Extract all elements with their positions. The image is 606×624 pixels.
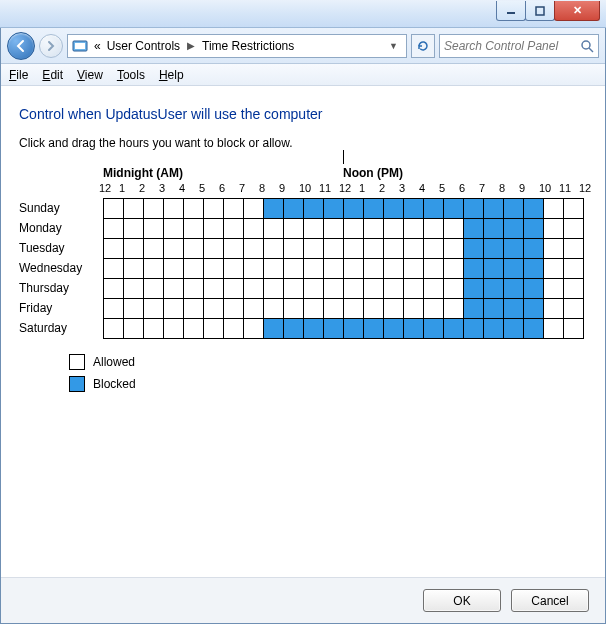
time-cell[interactable] xyxy=(404,319,424,339)
time-cell[interactable] xyxy=(224,199,244,219)
time-cell[interactable] xyxy=(484,299,504,319)
time-cell[interactable] xyxy=(364,239,384,259)
time-cell[interactable] xyxy=(304,259,324,279)
time-cell[interactable] xyxy=(524,319,544,339)
time-cell[interactable] xyxy=(224,259,244,279)
time-cell[interactable] xyxy=(304,279,324,299)
time-cell[interactable] xyxy=(104,259,124,279)
time-cell[interactable] xyxy=(564,319,584,339)
time-cell[interactable] xyxy=(124,259,144,279)
time-cell[interactable] xyxy=(364,259,384,279)
time-cell[interactable] xyxy=(464,259,484,279)
time-cell[interactable] xyxy=(224,219,244,239)
time-cell[interactable] xyxy=(284,219,304,239)
time-cell[interactable] xyxy=(324,279,344,299)
time-cell[interactable] xyxy=(144,239,164,259)
time-cell[interactable] xyxy=(264,219,284,239)
time-cell[interactable] xyxy=(484,219,504,239)
time-cell[interactable] xyxy=(144,299,164,319)
time-cell[interactable] xyxy=(504,239,524,259)
chevron-down-icon[interactable]: ▼ xyxy=(385,41,402,51)
time-cell[interactable] xyxy=(384,319,404,339)
time-cell[interactable] xyxy=(484,239,504,259)
time-cell[interactable] xyxy=(184,279,204,299)
menu-help[interactable]: HelpHelp xyxy=(159,68,184,82)
close-button[interactable]: ✕ xyxy=(554,1,600,21)
schedule-grid[interactable]: SundayMondayTuesdayWednesdayThursdayFrid… xyxy=(103,198,587,339)
time-cell[interactable] xyxy=(544,299,564,319)
time-cell[interactable] xyxy=(264,239,284,259)
time-cell[interactable] xyxy=(364,279,384,299)
time-cell[interactable] xyxy=(144,259,164,279)
time-cell[interactable] xyxy=(344,199,364,219)
time-cell[interactable] xyxy=(504,259,524,279)
time-cell[interactable] xyxy=(304,199,324,219)
time-cell[interactable] xyxy=(304,319,324,339)
time-cell[interactable] xyxy=(344,239,364,259)
time-cell[interactable] xyxy=(384,259,404,279)
time-cell[interactable] xyxy=(464,319,484,339)
time-cell[interactable] xyxy=(444,219,464,239)
menu-edit[interactable]: EditEdit xyxy=(42,68,63,82)
time-cell[interactable] xyxy=(124,219,144,239)
time-cell[interactable] xyxy=(484,319,504,339)
time-cell[interactable] xyxy=(184,219,204,239)
time-cell[interactable] xyxy=(544,279,564,299)
time-cell[interactable] xyxy=(324,319,344,339)
time-cell[interactable] xyxy=(164,239,184,259)
time-cell[interactable] xyxy=(544,219,564,239)
time-cell[interactable] xyxy=(424,239,444,259)
time-cell[interactable] xyxy=(164,259,184,279)
time-cell[interactable] xyxy=(424,279,444,299)
time-cell[interactable] xyxy=(504,279,524,299)
menu-tools[interactable]: ToolsTools xyxy=(117,68,145,82)
time-cell[interactable] xyxy=(384,199,404,219)
time-cell[interactable] xyxy=(404,239,424,259)
time-cell[interactable] xyxy=(464,219,484,239)
time-cell[interactable] xyxy=(124,199,144,219)
time-cell[interactable] xyxy=(384,239,404,259)
time-cell[interactable] xyxy=(224,279,244,299)
time-cell[interactable] xyxy=(524,199,544,219)
time-cell[interactable] xyxy=(484,259,504,279)
time-cell[interactable] xyxy=(304,299,324,319)
time-cell[interactable] xyxy=(564,219,584,239)
maximize-button[interactable] xyxy=(525,1,555,21)
time-cell[interactable] xyxy=(204,279,224,299)
time-cell[interactable] xyxy=(324,219,344,239)
time-cell[interactable] xyxy=(544,239,564,259)
time-cell[interactable] xyxy=(124,299,144,319)
time-cell[interactable] xyxy=(284,199,304,219)
time-cell[interactable] xyxy=(464,239,484,259)
time-cell[interactable] xyxy=(184,319,204,339)
time-cell[interactable] xyxy=(484,199,504,219)
time-cell[interactable] xyxy=(564,259,584,279)
time-cell[interactable] xyxy=(104,219,124,239)
time-cell[interactable] xyxy=(544,199,564,219)
time-cell[interactable] xyxy=(424,219,444,239)
time-cell[interactable] xyxy=(284,259,304,279)
time-cell[interactable] xyxy=(504,219,524,239)
time-cell[interactable] xyxy=(364,319,384,339)
time-cell[interactable] xyxy=(144,319,164,339)
menu-file[interactable]: FFileile xyxy=(9,68,28,82)
time-cell[interactable] xyxy=(184,239,204,259)
time-cell[interactable] xyxy=(464,199,484,219)
time-cell[interactable] xyxy=(284,239,304,259)
time-cell[interactable] xyxy=(524,259,544,279)
time-cell[interactable] xyxy=(324,259,344,279)
back-button[interactable] xyxy=(7,32,35,60)
time-cell[interactable] xyxy=(384,279,404,299)
time-cell[interactable] xyxy=(224,239,244,259)
time-cell[interactable] xyxy=(104,319,124,339)
cancel-button[interactable]: Cancel xyxy=(511,589,589,612)
time-cell[interactable] xyxy=(324,239,344,259)
time-cell[interactable] xyxy=(204,299,224,319)
time-cell[interactable] xyxy=(104,239,124,259)
time-cell[interactable] xyxy=(444,319,464,339)
time-cell[interactable] xyxy=(184,259,204,279)
time-cell[interactable] xyxy=(444,259,464,279)
time-cell[interactable] xyxy=(244,319,264,339)
time-cell[interactable] xyxy=(404,299,424,319)
time-cell[interactable] xyxy=(244,239,264,259)
